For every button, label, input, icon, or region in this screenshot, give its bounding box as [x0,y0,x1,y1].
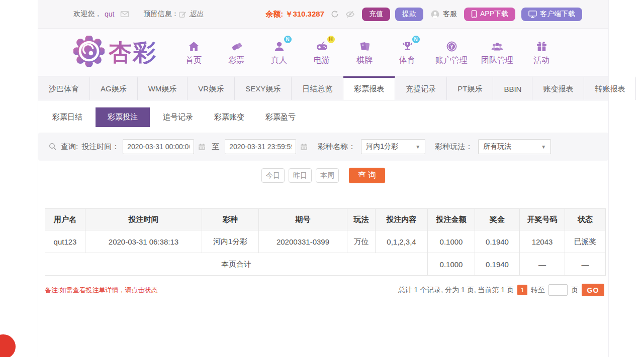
cell-username: qut123 [45,230,85,253]
go-button[interactable]: GO [582,284,604,296]
nav-item-activity[interactable]: 活动 [527,39,556,66]
nav-item-home[interactable]: 首页 [179,39,208,66]
gift-icon [535,39,548,53]
nav-item-account[interactable]: ¥ 账户管理 [435,39,468,66]
column-header: 彩种 [202,209,259,230]
calendar-icon[interactable] [300,143,308,151]
nav-item-live[interactable]: N 真人 [264,39,294,66]
tab-item[interactable]: VR娱乐 [188,76,235,100]
today-button[interactable]: 今日 [261,168,285,183]
nav-label: 体育 [399,55,415,66]
subtab-item[interactable]: 彩票账变 [206,107,252,127]
quick-range-actions: 今日 昨日 本周 查 询 [38,168,608,183]
subtab-item[interactable]: 追号记录 [155,107,201,127]
lottery-name-label: 彩种名称： [318,142,355,152]
summary-row: 本页合计 0.1000 0.1940 — — [45,253,606,276]
table-header-row: 用户名 投注时间 彩种 期号 玩法 投注内容 投注金额 奖金 开奖号码 状态 [45,209,606,230]
bet-time-label: 投注时间： [81,142,119,152]
cards-icon [358,39,371,53]
time-to-input[interactable] [225,139,296,154]
nav-item-sports[interactable]: N 体育 [393,39,422,66]
withdraw-button[interactable]: 提款 [395,8,423,21]
team-icon [490,39,504,53]
play-select-value: 所有玩法 [483,142,511,151]
tab-item[interactable]: BBIN [493,76,532,100]
trophy-icon: N [401,39,414,53]
nav-label: 活动 [533,55,549,66]
yesterday-button[interactable]: 昨日 [289,168,312,183]
subtab-item[interactable]: 彩票日结 [44,107,90,127]
tab-item[interactable]: 充提记录 [395,76,447,100]
main-nav: 首页 彩票 N 真人 [179,39,556,66]
ticket-icon [230,39,243,53]
cell-lottery: 河内1分彩 [202,230,259,253]
tab-item[interactable]: WM娱乐 [138,76,188,100]
time-from-input[interactable] [123,139,194,154]
deposit-button[interactable]: 充值 [362,8,390,21]
home-icon [188,39,200,53]
client-download-label: 客户端下载 [540,10,575,19]
goto-label: 转至 [531,286,545,295]
tab-item[interactable]: 日结总览 [292,76,343,100]
mail-icon[interactable] [120,10,129,19]
query-panel: 查询: 投注时间： 至 彩种名称： 河内1分彩 ▼ 彩种玩法： 所有玩法 ▼ [38,133,608,161]
service-link[interactable]: 客服 [430,10,457,19]
nav-label: 首页 [186,55,202,66]
nav-item-boardgames[interactable]: 棋牌 [350,39,379,66]
tab-item[interactable]: 转账报表 [584,76,636,100]
nav-label: 账户管理 [435,55,468,66]
service-label: 客服 [443,10,457,19]
tab-item[interactable]: 余额查询 [636,76,644,100]
query-label: 查询: [61,142,78,152]
app-download-button[interactable]: APP下载 [464,8,515,21]
chevron-down-icon: ▼ [415,144,420,150]
subtab-item[interactable]: 彩票盈亏 [257,107,304,127]
play-select[interactable]: 所有玩法 ▼ [478,139,551,154]
this-week-button[interactable]: 本周 [316,168,339,183]
lottery-select-value: 河内1分彩 [366,142,398,151]
cell-status-link[interactable]: 已派奖 [565,230,606,253]
page-input[interactable] [548,284,568,296]
tab-item[interactable]: SEXY娱乐 [235,76,292,100]
table-row: qut123 2020-03-31 06:38:13 河内1分彩 2020033… [45,230,606,253]
search-button[interactable]: 查 询 [349,168,385,183]
cell-content: 0,1,2,3,4 [376,230,428,253]
column-header: 状态 [565,209,606,230]
floating-button[interactable] [0,334,16,357]
column-header: 期号 [259,209,347,230]
subtab-item-active[interactable]: 彩票投注 [96,107,150,127]
pagination: 总计 1 个记录, 分为 1 页, 当前第 1 页 1 转至 页 GO [398,284,604,296]
nav-item-egames[interactable]: H 电游 [307,39,336,66]
nav-label: 棋牌 [356,55,373,66]
edit-icon[interactable] [178,10,187,19]
tab-item[interactable]: AG娱乐 [90,76,138,100]
nav-label: 团队管理 [481,55,513,66]
calendar-icon[interactable] [198,143,206,151]
subtab-bar: 彩票日结 彩票投注 追号记录 彩票账变 彩票盈亏 [44,107,608,127]
logout-link[interactable]: 退出 [189,10,203,19]
brand-name: 杏彩 [109,41,157,64]
nav-label: 真人 [271,55,287,66]
nav-item-lottery[interactable]: 彩票 [222,39,251,66]
tab-item-active[interactable]: 彩票报表 [343,76,395,100]
eye-off-icon[interactable] [345,10,355,19]
nav-item-team[interactable]: 团队管理 [481,39,513,66]
column-header: 玩法 [347,209,376,230]
tab-item[interactable]: PT娱乐 [447,76,493,100]
service-headset-icon [430,10,440,19]
new-badge: N [412,36,420,43]
current-page-badge[interactable]: 1 [517,285,527,295]
refresh-icon[interactable] [330,10,339,19]
column-header: 投注时间 [85,209,202,230]
nav-label: 电游 [314,55,330,66]
page-label: 页 [571,286,578,295]
client-download-button[interactable]: 客户端下载 [521,8,582,21]
balance-label: 余额: [265,10,283,18]
brand[interactable]: 杏彩 [73,36,157,69]
lottery-select[interactable]: 河内1分彩 ▼ [361,139,425,154]
page: 欢迎您，qut 预留信息： 退出 余额: ￥310.3287 充值 提款 [0,0,644,357]
tab-item[interactable]: 沙巴体育 [38,76,90,100]
svg-text:¥: ¥ [450,44,453,50]
column-header: 开奖号码 [520,209,565,230]
tab-item[interactable]: 账变报表 [532,76,584,100]
